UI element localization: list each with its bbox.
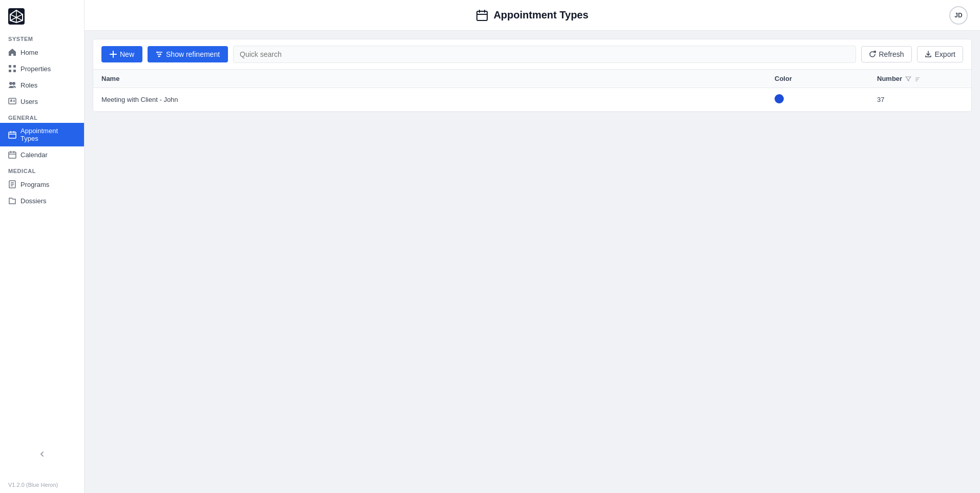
svg-point-38 (158, 56, 160, 57)
column-header-color: Color (766, 70, 869, 88)
toolbar: New Show refinement (93, 39, 971, 70)
sidebar-logo (0, 0, 84, 31)
table-body: Meeting with Client - John37 (93, 88, 971, 112)
color-dot (775, 94, 784, 103)
export-button[interactable]: Export (917, 46, 963, 62)
dossiers-icon (8, 197, 16, 205)
sidebar-item-programs[interactable]: Programs (0, 176, 84, 192)
page-title: Appointment Types (493, 9, 588, 21)
sidebar-item-dossiers[interactable]: Dossiers (0, 192, 84, 209)
user-avatar[interactable]: JD (949, 6, 968, 25)
main-content: New Show refinement (85, 31, 980, 493)
sidebar-item-users[interactable]: Users (0, 93, 84, 110)
cell-color (766, 88, 869, 112)
sidebar-section-medical: Medical (0, 163, 84, 176)
sidebar-collapse-button[interactable] (0, 446, 84, 462)
sort-icon (914, 76, 921, 82)
properties-icon (8, 65, 16, 73)
filter-icon (905, 76, 911, 82)
svg-rect-19 (9, 152, 16, 158)
svg-rect-7 (9, 70, 11, 72)
home-icon (8, 48, 16, 56)
top-header: Appointment Types JD (85, 0, 980, 31)
svg-point-36 (157, 52, 158, 53)
roles-icon (8, 81, 16, 89)
refinement-icon (156, 51, 163, 58)
new-button[interactable]: New (101, 46, 142, 62)
header-calendar-icon (476, 9, 488, 22)
svg-point-12 (11, 99, 12, 101)
cell-number: 37 (869, 88, 971, 112)
svg-rect-15 (9, 132, 16, 138)
page-title-container: Appointment Types (476, 9, 588, 22)
refresh-icon (869, 51, 876, 58)
sidebar-item-roles[interactable]: Roles (0, 77, 84, 93)
sidebar-item-home[interactable]: Home (0, 44, 84, 60)
sidebar-item-properties[interactable]: Properties (0, 60, 84, 77)
plus-icon (110, 51, 117, 58)
app-logo-icon (8, 8, 25, 25)
calendar-icon (8, 151, 16, 159)
sidebar-section-system: System (0, 31, 84, 44)
users-icon (8, 97, 16, 105)
show-refinement-button[interactable]: Show refinement (148, 46, 228, 62)
content-card: New Show refinement (93, 39, 972, 112)
sidebar-item-calendar[interactable]: Calendar (0, 146, 84, 163)
appointment-types-table: Name Color Number (93, 70, 971, 112)
table-row[interactable]: Meeting with Client - John37 (93, 88, 971, 112)
svg-rect-6 (13, 65, 16, 68)
sidebar: System Home Properties Roles (0, 0, 85, 493)
svg-rect-27 (477, 11, 487, 20)
chevron-left-icon (38, 450, 46, 458)
refresh-button[interactable]: Refresh (861, 46, 912, 62)
svg-rect-8 (13, 70, 16, 72)
svg-rect-5 (9, 65, 11, 68)
sidebar-section-general: General (0, 110, 84, 123)
svg-point-37 (160, 54, 161, 55)
version-label: V1.2.0 (Blue Heron) (8, 482, 58, 488)
sidebar-item-appointment-types[interactable]: Appointment Types (0, 123, 84, 146)
svg-point-9 (9, 82, 12, 85)
cell-name: Meeting with Client - John (93, 88, 766, 112)
programs-icon (8, 180, 16, 188)
table-header-row: Name Color Number (93, 70, 971, 88)
column-header-number: Number (869, 70, 971, 88)
column-header-name: Name (93, 70, 766, 88)
appointment-types-icon (8, 131, 16, 139)
export-icon (925, 51, 932, 58)
main-area: Appointment Types JD New (85, 0, 980, 493)
svg-point-10 (12, 82, 15, 85)
search-input[interactable] (233, 46, 856, 63)
